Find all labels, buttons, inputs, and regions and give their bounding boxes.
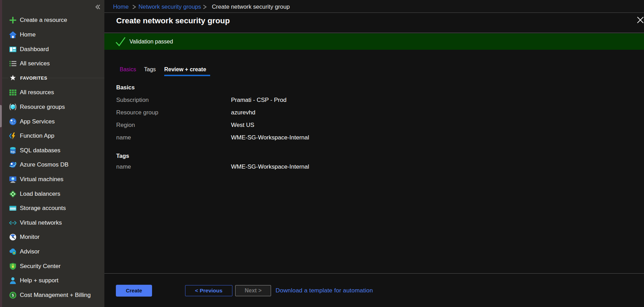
svg-text:S: S xyxy=(12,293,14,297)
svg-text:SQL: SQL xyxy=(10,150,15,153)
